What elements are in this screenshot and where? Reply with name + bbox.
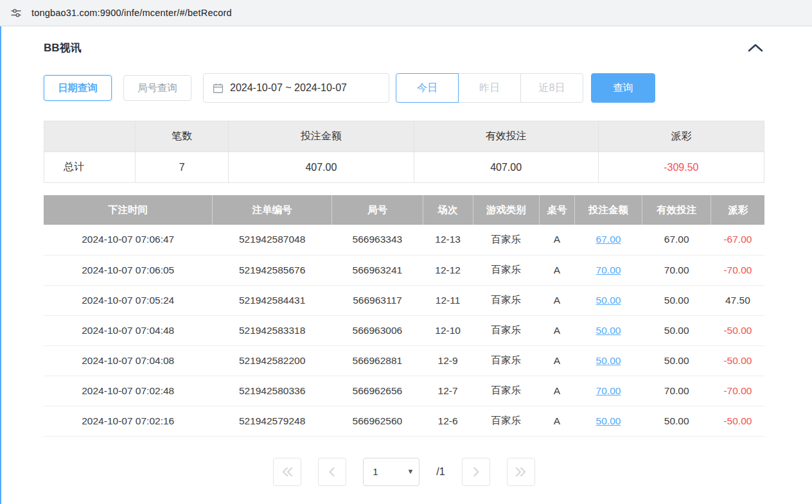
cell-game-type: 百家乐 — [473, 406, 539, 436]
quick-yesterday-button[interactable]: 昨日 — [458, 73, 521, 103]
cell-order-id: 521942579248 — [212, 406, 331, 436]
chevron-left-icon — [327, 467, 337, 477]
cell-valid-bet: 50.00 — [642, 345, 711, 376]
collapse-panel-button[interactable] — [746, 41, 764, 55]
url-text[interactable]: tongbao31.com:9900/infe/mcenter/#/betRec… — [31, 8, 232, 18]
cell-session: 12-13 — [423, 225, 473, 255]
cell-payout: -50.00 — [711, 406, 764, 436]
cell-bet-amount: 70.00 — [574, 255, 642, 285]
quick-today-button[interactable]: 今日 — [396, 73, 459, 103]
site-settings-icon[interactable] — [9, 6, 23, 20]
cell-bet-amount: 70.00 — [574, 376, 642, 406]
header-bet-amount: 投注金额 — [574, 195, 642, 225]
cell-bet-amount: 50.00 — [574, 345, 642, 376]
cell-session: 12-9 — [423, 345, 473, 376]
chevron-right-icon — [471, 467, 481, 477]
cell-bet-time: 2024-10-07 07:04:48 — [44, 315, 212, 345]
calendar-icon — [213, 83, 224, 94]
cell-order-id: 521942582200 — [212, 345, 331, 376]
bet-amount-link[interactable]: 50.00 — [596, 355, 621, 366]
double-chevron-left-icon — [280, 467, 294, 477]
summary-bet-amount: 407.00 — [229, 152, 414, 183]
cell-valid-bet: 67.00 — [642, 225, 711, 255]
cell-order-id: 521942580336 — [212, 376, 331, 406]
cell-table-no: A — [539, 406, 574, 436]
cell-bet-amount: 50.00 — [574, 285, 642, 315]
cell-session: 12-6 — [423, 406, 473, 436]
cell-payout: -50.00 — [711, 315, 764, 345]
cell-session: 12-12 — [423, 255, 473, 285]
bet-amount-link[interactable]: 50.00 — [596, 325, 621, 336]
cell-bet-time: 2024-10-07 07:02:48 — [44, 376, 212, 406]
cell-table-no: A — [539, 345, 574, 376]
prev-page-button[interactable] — [318, 458, 346, 486]
cell-table-no: A — [539, 255, 574, 285]
header-bet-time: 下注时间 — [44, 195, 212, 225]
bet-table-body: 2024-10-07 07:06:47521942587048566963343… — [44, 225, 764, 436]
date-range-input[interactable]: 2024-10-07 ~ 2024-10-07 — [203, 73, 389, 103]
cell-valid-bet: 70.00 — [642, 255, 711, 285]
browser-address-bar: tongbao31.com:9900/infe/mcenter/#/betRec… — [0, 0, 812, 26]
bet-records-table: 下注时间 注单编号 局号 场次 游戏类别 桌号 投注金额 有效投注 派彩 202… — [44, 195, 764, 437]
cell-round-id: 566963241 — [332, 255, 423, 285]
cell-game-type: 百家乐 — [473, 285, 539, 315]
cell-table-no: A — [539, 285, 574, 315]
summary-header-count: 笔数 — [136, 121, 229, 152]
bet-amount-link[interactable]: 50.00 — [596, 415, 621, 426]
cell-bet-amount: 50.00 — [574, 406, 642, 436]
next-page-button[interactable] — [462, 458, 490, 486]
summary-valid-bet: 407.00 — [414, 152, 598, 183]
cell-round-id: 566962656 — [332, 376, 423, 406]
summary-header-valid-bet: 有效投注 — [414, 121, 598, 152]
cell-session: 12-11 — [423, 285, 473, 315]
quick-last8days-button[interactable]: 近8日 — [520, 73, 583, 103]
bet-record-panel: BB视讯 日期查询 局号查询 2024-10-07 ~ 2024-10-07 今… — [0, 26, 812, 504]
last-page-button[interactable] — [507, 458, 535, 486]
summary-row: 总计 7 407.00 407.00 -309.50 — [44, 152, 764, 183]
cell-table-no: A — [539, 315, 574, 345]
bet-amount-link[interactable]: 67.00 — [596, 234, 621, 245]
cell-bet-time: 2024-10-07 07:04:08 — [44, 345, 212, 376]
cell-bet-time: 2024-10-07 07:06:05 — [44, 255, 212, 285]
round-query-tab[interactable]: 局号查询 — [123, 75, 191, 101]
cell-round-id: 566963343 — [332, 225, 423, 255]
date-query-tab[interactable]: 日期查询 — [44, 75, 112, 101]
summary-payout: -309.50 — [598, 152, 764, 183]
cell-session: 12-7 — [423, 376, 473, 406]
table-row: 2024-10-07 07:06:05521942585676566963241… — [44, 255, 764, 285]
quick-date-group: 今日 昨日 近8日 — [396, 73, 583, 103]
table-row: 2024-10-07 07:02:16521942579248566962560… — [44, 406, 764, 436]
page-select[interactable]: 1 — [363, 458, 419, 486]
cell-valid-bet: 50.00 — [642, 315, 711, 345]
search-button[interactable]: 查询 — [591, 73, 655, 103]
cell-payout: 47.50 — [711, 285, 764, 315]
cell-valid-bet: 50.00 — [642, 285, 711, 315]
summary-header-payout: 派彩 — [598, 121, 764, 152]
cell-table-no: A — [539, 376, 574, 406]
summary-header-bet-amount: 投注金额 — [229, 121, 414, 152]
table-row: 2024-10-07 07:02:48521942580336566962656… — [44, 376, 764, 406]
cell-game-type: 百家乐 — [473, 376, 539, 406]
cell-round-id: 566962881 — [332, 345, 423, 376]
bet-amount-link[interactable]: 70.00 — [596, 265, 621, 275]
date-range-value: 2024-10-07 ~ 2024-10-07 — [230, 82, 347, 94]
bet-amount-link[interactable]: 50.00 — [596, 295, 621, 306]
double-chevron-right-icon — [514, 467, 528, 477]
cell-bet-amount: 67.00 — [574, 225, 642, 255]
cell-bet-time: 2024-10-07 07:05:24 — [44, 285, 212, 315]
header-valid-bet: 有效投注 — [642, 195, 711, 225]
cell-order-id: 521942585676 — [212, 255, 331, 285]
cell-round-id: 566962560 — [332, 406, 423, 436]
summary-total-label: 总计 — [44, 152, 136, 183]
summary-table: 笔数 投注金额 有效投注 派彩 总计 7 407.00 407.00 -309.… — [44, 121, 764, 183]
cell-bet-time: 2024-10-07 07:02:16 — [44, 406, 212, 436]
cell-order-id: 521942584431 — [212, 285, 331, 315]
cell-order-id: 521942587048 — [212, 225, 331, 255]
bet-amount-link[interactable]: 70.00 — [596, 385, 621, 396]
summary-count: 7 — [136, 152, 229, 183]
first-page-button[interactable] — [273, 458, 301, 486]
page-total-label: /1 — [436, 466, 445, 478]
cell-game-type: 百家乐 — [473, 315, 539, 345]
header-session: 场次 — [423, 195, 473, 225]
cell-valid-bet: 70.00 — [642, 376, 711, 406]
